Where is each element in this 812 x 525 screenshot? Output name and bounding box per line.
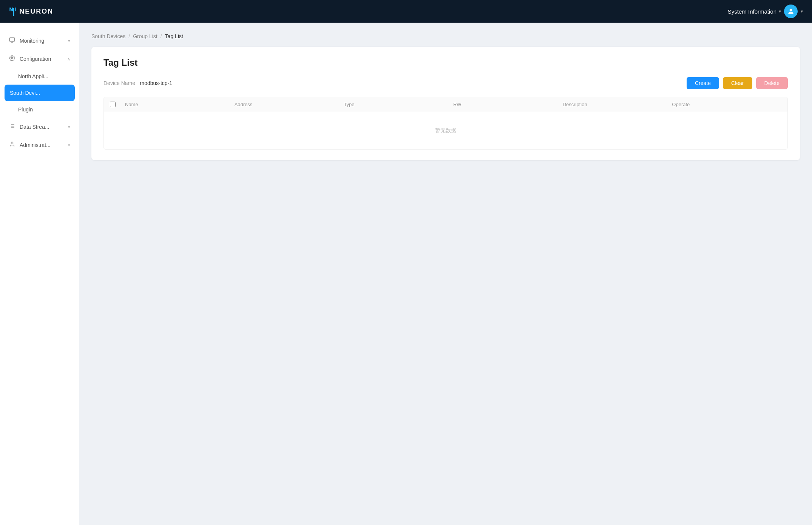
sidebar-item-data-strea[interactable]: Data Strea... ▾ bbox=[0, 118, 79, 136]
system-info-label: System Information bbox=[728, 8, 776, 15]
clear-button[interactable]: Clear bbox=[723, 77, 752, 89]
breadcrumb-group-list[interactable]: Group List bbox=[133, 33, 157, 39]
toolbar: Device Name modbus-tcp-1 Create Clear De… bbox=[103, 77, 788, 89]
sidebar: Monitoring ▾ Configuration ∧ North Appli… bbox=[0, 23, 79, 525]
breadcrumb-sep-1: / bbox=[128, 33, 130, 39]
device-name-value: modbus-tcp-1 bbox=[140, 80, 172, 86]
sidebar-item-plugin[interactable]: Plugin bbox=[0, 101, 79, 118]
data-strea-icon bbox=[9, 123, 15, 131]
breadcrumb-tag-list: Tag List bbox=[165, 33, 183, 39]
sidebar-item-south-devi[interactable]: South Devi... bbox=[5, 85, 75, 101]
sidebar-item-administrat-label: Administrat... bbox=[20, 142, 63, 148]
select-all-col[interactable] bbox=[110, 102, 125, 107]
svg-rect-1 bbox=[9, 38, 14, 41]
data-strea-chevron-icon: ▾ bbox=[68, 125, 70, 130]
col-address: Address bbox=[235, 102, 344, 107]
header-right: System Information ▾ ▾ bbox=[728, 5, 803, 18]
tag-table: Name Address Type RW Description Operate… bbox=[103, 97, 788, 150]
monitoring-icon bbox=[9, 37, 15, 45]
sidebar-item-administrat[interactable]: Administrat... ▾ bbox=[0, 136, 79, 154]
sidebar-item-monitoring-label: Monitoring bbox=[20, 38, 63, 44]
administrat-icon bbox=[9, 141, 15, 149]
sidebar-item-plugin-label: Plugin bbox=[18, 107, 70, 113]
col-operate: Operate bbox=[672, 102, 781, 107]
col-name: Name bbox=[125, 102, 235, 107]
toolbar-buttons: Create Clear Delete bbox=[687, 77, 788, 89]
system-info-button[interactable]: System Information ▾ bbox=[728, 8, 781, 15]
create-button[interactable]: Create bbox=[687, 77, 719, 89]
system-info-chevron-icon: ▾ bbox=[779, 9, 781, 14]
logo-icon: ᴺ|ᴵ bbox=[9, 6, 15, 16]
svg-point-0 bbox=[790, 9, 792, 11]
monitoring-chevron-icon: ▾ bbox=[68, 39, 70, 43]
col-rw: RW bbox=[453, 102, 563, 107]
device-name-section: Device Name modbus-tcp-1 bbox=[103, 80, 172, 86]
main-content: South Devices / Group List / Tag List Ta… bbox=[79, 23, 812, 525]
sidebar-item-configuration-label: Configuration bbox=[20, 56, 63, 62]
svg-point-4 bbox=[11, 57, 13, 59]
sidebar-item-north-appli[interactable]: North Appli... bbox=[0, 68, 79, 85]
administrat-chevron-icon: ▾ bbox=[68, 143, 70, 148]
svg-point-11 bbox=[11, 142, 13, 144]
col-type: Type bbox=[344, 102, 453, 107]
app-header: ᴺ|ᴵ NEURON System Information ▾ ▾ bbox=[0, 0, 812, 23]
breadcrumb: South Devices / Group List / Tag List bbox=[91, 33, 800, 39]
logo: ᴺ|ᴵ NEURON bbox=[9, 6, 53, 16]
configuration-icon bbox=[9, 55, 15, 63]
delete-button[interactable]: Delete bbox=[756, 77, 788, 89]
breadcrumb-sep-2: / bbox=[161, 33, 162, 39]
select-all-checkbox[interactable] bbox=[110, 102, 116, 107]
sidebar-item-south-devi-label: South Devi... bbox=[10, 90, 69, 96]
sidebar-item-north-appli-label: North Appli... bbox=[18, 73, 70, 79]
sidebar-item-configuration[interactable]: Configuration ∧ bbox=[0, 50, 79, 68]
tag-list-card: Tag List Device Name modbus-tcp-1 Create… bbox=[91, 47, 800, 160]
user-chevron-icon: ▾ bbox=[801, 9, 803, 14]
logo-text: NEURON bbox=[19, 8, 53, 15]
table-header: Name Address Type RW Description Operate bbox=[104, 97, 787, 112]
col-description: Description bbox=[563, 102, 672, 107]
sidebar-item-data-strea-label: Data Strea... bbox=[20, 124, 63, 130]
table-empty-state: 暂无数据 bbox=[104, 112, 787, 149]
page-title: Tag List bbox=[103, 57, 788, 68]
sidebar-item-monitoring[interactable]: Monitoring ▾ bbox=[0, 32, 79, 50]
configuration-chevron-icon: ∧ bbox=[67, 57, 70, 62]
main-layout: Monitoring ▾ Configuration ∧ North Appli… bbox=[0, 23, 812, 525]
breadcrumb-south-devices[interactable]: South Devices bbox=[91, 33, 125, 39]
device-name-label: Device Name bbox=[103, 80, 135, 86]
user-avatar[interactable] bbox=[784, 5, 798, 18]
